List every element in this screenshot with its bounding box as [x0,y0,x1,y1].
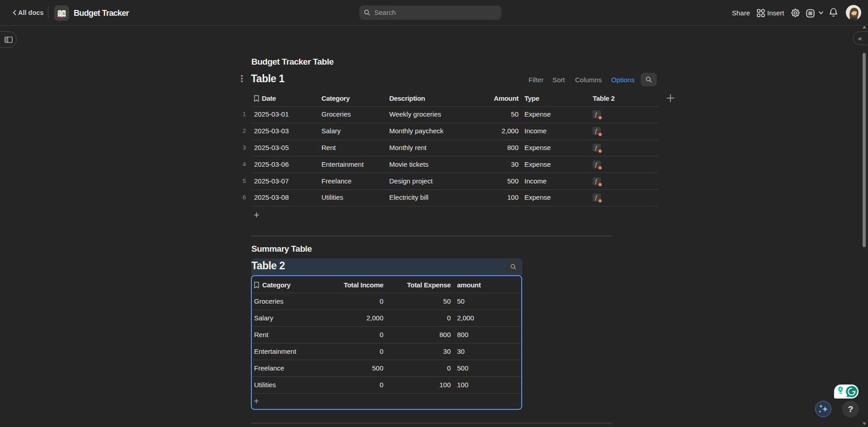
svg-text:$: $ [62,10,65,15]
